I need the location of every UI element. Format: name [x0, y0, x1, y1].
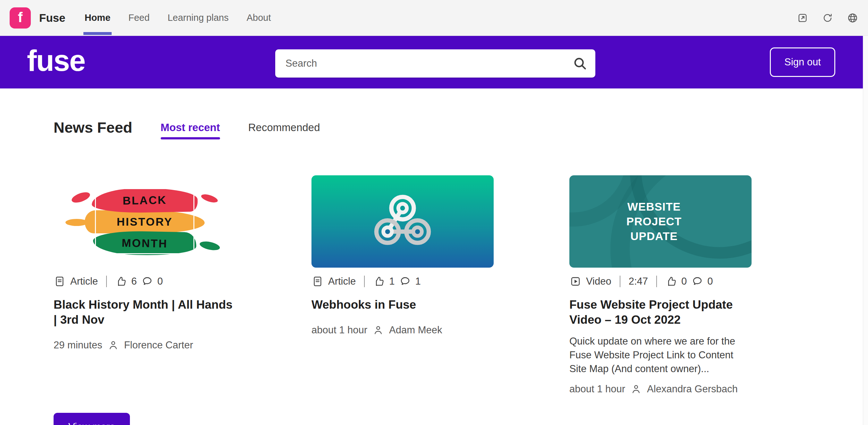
card-thumbnail-website-project-update[interactable]: WEBSITE PROJECT UPDATE [569, 175, 751, 268]
webhook-icon [371, 192, 435, 251]
article-icon [311, 275, 324, 288]
app-title: Fuse [39, 11, 65, 24]
video-icon [569, 275, 582, 288]
like-count: 6 [131, 275, 137, 287]
content-type-label: Article [328, 275, 356, 287]
meta-divider [106, 275, 107, 287]
news-feed-cards: BLACK HISTORY MONTH Article 6 [54, 175, 814, 395]
bhm-splash [199, 240, 221, 252]
comment-icon[interactable] [141, 275, 153, 288]
tab-recommended[interactable]: Recommended [248, 122, 320, 139]
card-timestamp: 29 minutes [54, 339, 102, 351]
open-in-new-icon[interactable] [797, 12, 808, 24]
card-title[interactable]: Webhooks in Fuse [311, 297, 494, 312]
caption-line-update: UPDATE [626, 229, 682, 243]
meta-divider [620, 275, 620, 287]
header-banner: fuse Sign out [0, 36, 863, 89]
video-duration: 2:47 [629, 275, 648, 287]
top-bar: f Fuse Home Feed Learning plans About [0, 0, 868, 36]
nav-item-learning-plans[interactable]: Learning plans [167, 0, 228, 36]
person-icon [630, 383, 642, 395]
content-type-label: Article [70, 275, 98, 287]
like-count: 0 [681, 275, 687, 287]
card-thumbnail-black-history-month[interactable]: BLACK HISTORY MONTH [54, 175, 236, 268]
search-icon[interactable] [573, 57, 587, 70]
card-author[interactable]: Florence Carter [124, 339, 193, 351]
comment-count: 0 [707, 275, 713, 287]
view-more-button[interactable]: View more [54, 413, 130, 425]
bhm-line-month: MONTH [122, 236, 168, 250]
feed-card-website-project-update: WEBSITE PROJECT UPDATE Video 2:47 0 [569, 175, 751, 395]
bhm-line-black: BLACK [123, 193, 167, 207]
tab-most-recent[interactable]: Most recent [161, 122, 220, 139]
card-timestamp: about 1 hour [569, 383, 625, 395]
nav-item-home[interactable]: Home [85, 0, 111, 36]
card-title[interactable]: Black History Month | All Hands | 3rd No… [54, 297, 236, 327]
card-description: Quick update on where we are for the Fus… [569, 334, 751, 375]
like-icon[interactable] [373, 275, 385, 288]
caption-line-project: PROJECT [626, 214, 682, 229]
bhm-splash [200, 193, 219, 204]
nav-item-about[interactable]: About [247, 0, 271, 36]
card-meta: Article 1 1 [311, 275, 494, 288]
comment-icon[interactable] [691, 275, 704, 288]
bhm-splash [70, 190, 91, 205]
fuse-app-logo[interactable]: f [10, 7, 31, 29]
thumbnail-caption: WEBSITE PROJECT UPDATE [626, 199, 682, 243]
card-author[interactable]: Alexandra Gersbach [647, 383, 738, 395]
article-icon [54, 275, 66, 288]
like-icon[interactable] [115, 275, 127, 288]
feed-card-black-history-month: BLACK HISTORY MONTH Article 6 [54, 175, 236, 395]
fuse-wordmark[interactable]: fuse [27, 44, 85, 77]
top-navigation: Home Feed Learning plans About [85, 0, 271, 36]
card-footer: about 1 hour Alexandra Gersbach [569, 383, 751, 395]
bhm-splash [65, 219, 88, 226]
page-title: News Feed [54, 119, 132, 139]
card-author[interactable]: Adam Meek [389, 324, 442, 336]
bhm-line-history: HISTORY [117, 216, 173, 228]
meta-divider [656, 275, 657, 287]
content-type-label: Video [586, 275, 611, 287]
comment-count: 1 [415, 275, 421, 287]
like-count: 1 [389, 275, 395, 287]
card-footer: 29 minutes Florence Carter [54, 339, 236, 351]
comment-icon[interactable] [399, 275, 411, 288]
feed-tabs: Most recent Recommended [161, 122, 320, 139]
sign-out-button[interactable]: Sign out [770, 47, 835, 77]
person-icon [372, 324, 384, 336]
person-icon [107, 339, 119, 351]
search-bar [275, 50, 595, 77]
feed-header: News Feed Most recent Recommended [54, 119, 814, 139]
feed-card-webhooks: Article 1 1 Webhooks in Fuse about 1 hou… [311, 175, 494, 395]
main-content: News Feed Most recent Recommended BLACK … [0, 119, 868, 395]
topbar-action-icons [797, 12, 858, 24]
like-icon[interactable] [665, 275, 678, 288]
bhm-artwork: BLACK HISTORY MONTH [82, 184, 207, 259]
nav-item-feed[interactable]: Feed [128, 0, 150, 36]
fuse-logo-letter: f [18, 9, 23, 25]
card-timestamp: about 1 hour [311, 324, 367, 336]
card-meta: Video 2:47 0 0 [569, 275, 751, 288]
search-input[interactable] [275, 58, 573, 69]
caption-line-website: WEBSITE [626, 199, 682, 214]
card-thumbnail-webhooks[interactable] [311, 175, 494, 268]
card-title[interactable]: Fuse Website Project Update Video – 19 O… [569, 297, 751, 327]
globe-icon[interactable] [847, 12, 858, 24]
comment-count: 0 [157, 275, 163, 287]
refresh-icon[interactable] [822, 12, 833, 24]
card-footer: about 1 hour Adam Meek [311, 324, 494, 336]
meta-divider [364, 275, 365, 287]
page-scrollbar[interactable] [863, 36, 868, 425]
card-meta: Article 6 0 [54, 275, 236, 288]
